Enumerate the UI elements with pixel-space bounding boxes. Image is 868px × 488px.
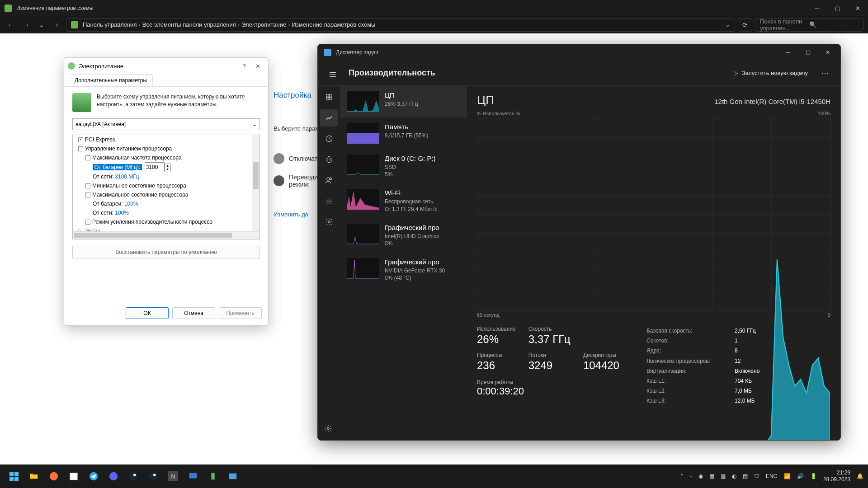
sidebar-item-gpu0[interactable]: Графический проIntel(R) UHD Graphics0% (340, 218, 467, 253)
sidebar-item-memory[interactable]: Память8,6/15,7 ГБ (55%) (340, 117, 467, 149)
language-indicator[interactable]: ENG (766, 473, 778, 479)
breadcrumb[interactable]: Изменение параметров схемы (292, 21, 376, 28)
svg-point-11 (326, 178, 329, 180)
tree-max-freq[interactable]: Максимальная частота процессора (92, 155, 182, 161)
tree-ac-freq-value[interactable]: 3100 МГц (115, 174, 139, 180)
settings-tree[interactable]: +PCI Express −Управление питанием процес… (72, 135, 260, 239)
notifications-icon[interactable]: 🔔 (857, 473, 863, 479)
address-bar[interactable]: Панель управления› Все элементы панели у… (66, 18, 735, 32)
expand-icon[interactable]: + (78, 137, 83, 142)
tray-app-icon-2[interactable]: ▥ (721, 473, 726, 479)
close-button[interactable]: ✕ (848, 0, 868, 16)
tree-max-state[interactable]: Максимальное состояние процессора (92, 192, 188, 198)
expand-icon[interactable]: + (85, 220, 90, 225)
search-input[interactable]: Поиск в панели управлен... 🔍 (755, 18, 863, 32)
sidebar-item-cpu[interactable]: ЦП26% 3,37 ГГц (340, 86, 467, 117)
tray-chevron-icon[interactable]: ⌃ (679, 473, 684, 479)
minimize-button[interactable]: ─ (778, 44, 798, 61)
steam-app[interactable] (124, 467, 143, 486)
tree-boost[interactable]: Режим усиления производительности процес… (92, 219, 212, 225)
tree-pci[interactable]: PCI Express (85, 136, 115, 143)
nav-details[interactable] (320, 192, 338, 210)
telegram-app[interactable] (84, 467, 103, 486)
sidebar-item-gpu1[interactable]: Графический проNVIDIA GeForce RTX 300% (… (340, 253, 467, 287)
svg-point-28 (149, 472, 157, 480)
cancel-button[interactable]: Отмена (172, 307, 215, 319)
more-button[interactable]: ⋯ (818, 69, 832, 77)
svg-rect-5 (326, 98, 329, 100)
wifi-icon[interactable]: 📶 (784, 473, 791, 479)
up-button[interactable]: ↑ (51, 19, 63, 31)
help-button[interactable]: ? (237, 63, 251, 70)
tray-steam-icon[interactable]: ◐ (732, 473, 736, 479)
calendar-app[interactable] (64, 467, 83, 486)
tray-app-icon-3[interactable]: ▤ (743, 473, 748, 479)
recent-button[interactable]: ⌄ (35, 19, 48, 31)
hscrollbar[interactable] (73, 231, 259, 239)
nav-users[interactable] (320, 172, 338, 189)
nav-processes[interactable] (320, 89, 338, 106)
hamburger-button[interactable] (324, 66, 341, 83)
maximize-button[interactable]: ▢ (798, 44, 818, 61)
nav-startup[interactable] (320, 151, 338, 168)
run-task-button[interactable]: ▷ Запустить новую задачу (728, 67, 813, 79)
discord-app[interactable] (104, 467, 123, 486)
battery-icon[interactable]: 🔋 (810, 473, 817, 479)
nav-performance[interactable] (320, 109, 338, 127)
volume-icon[interactable]: 🔊 (797, 473, 804, 479)
sidebar-item-wifi[interactable]: Wi-FiБеспроводная сетьО: 1,3 П: 29,4 Мби… (340, 183, 467, 218)
steam-app-2[interactable] (144, 467, 163, 486)
address-dropdown-icon[interactable]: ⌄ (725, 21, 730, 28)
forward-button[interactable]: → (20, 19, 33, 31)
start-button[interactable] (5, 467, 24, 486)
app-monitor[interactable] (184, 467, 203, 486)
close-button[interactable]: ✕ (251, 63, 264, 70)
refresh-button[interactable]: ⟳ (738, 18, 752, 32)
nav-app-history[interactable] (320, 130, 338, 147)
breadcrumb[interactable]: Панель управления (83, 21, 137, 28)
collapse-icon[interactable]: − (78, 146, 83, 151)
task-manager-app[interactable] (223, 467, 242, 486)
spin-buttons[interactable]: ▲▼ (165, 164, 171, 171)
restore-defaults-button[interactable]: Восстановить параметры по умолчанию (72, 246, 260, 258)
tree-cpu-pm[interactable]: Управление питанием процессора (85, 145, 172, 152)
tray-defender-icon[interactable]: 🛡 (754, 473, 760, 479)
tree-min-state[interactable]: Минимальное состояние процессора (92, 183, 186, 189)
collapse-icon[interactable]: − (85, 155, 90, 160)
collapse-icon[interactable]: − (85, 192, 90, 197)
breadcrumb[interactable]: Все элементы панели управления (142, 21, 236, 28)
back-button[interactable]: ← (5, 19, 17, 31)
explorer-app[interactable] (24, 467, 43, 486)
tree-ac-pct-label[interactable]: От сети: (93, 210, 113, 216)
tree-ac-pct-value[interactable]: 100% (115, 210, 129, 216)
sidebar-item-disk[interactable]: Диск 0 (C: G: P:)SSD5% (340, 149, 467, 183)
tree-batt-pct-value[interactable]: 100% (124, 201, 138, 207)
close-button[interactable]: ✕ (818, 44, 838, 61)
expand-icon[interactable]: + (85, 183, 90, 188)
svg-text:N: N (171, 473, 175, 480)
search-placeholder: Поиск в панели управлен... (760, 18, 809, 32)
battery-freq-input[interactable]: 3100 (145, 162, 165, 172)
advanced-link[interactable]: Изменить до (274, 211, 308, 218)
app-n[interactable]: N (164, 467, 183, 486)
cpu-graph (477, 118, 830, 310)
power-options-app[interactable] (203, 467, 222, 486)
tree-batt-pct-label[interactable]: От батареи: (93, 201, 123, 207)
nav-services[interactable] (320, 213, 338, 230)
clock[interactable]: 21:29 28.09.2023 (823, 469, 850, 483)
apply-button[interactable]: Применить (219, 307, 262, 319)
breadcrumb[interactable]: Электропитание (241, 21, 286, 28)
ok-button[interactable]: ОК (126, 307, 169, 319)
plan-dropdown[interactable]: вацауЦУА [Активен] ⌄ (72, 118, 260, 130)
tree-battery-freq-label[interactable]: От батареи (МГц): (93, 164, 142, 170)
tree-ac-freq-label[interactable]: От сети: (93, 174, 113, 180)
tray-discord-icon[interactable]: ◦ (690, 473, 692, 479)
maximize-button[interactable]: ▢ (827, 0, 848, 16)
tab-advanced[interactable]: Дополнительные параметры (69, 74, 153, 86)
minimize-button[interactable]: ─ (807, 0, 827, 16)
vscrollbar[interactable] (252, 135, 259, 231)
settings-button[interactable] (324, 424, 332, 434)
tray-app-icon[interactable]: ◉ (698, 473, 703, 479)
tray-nvidia-icon[interactable]: ▦ (709, 473, 714, 479)
firefox-app[interactable] (44, 467, 63, 486)
